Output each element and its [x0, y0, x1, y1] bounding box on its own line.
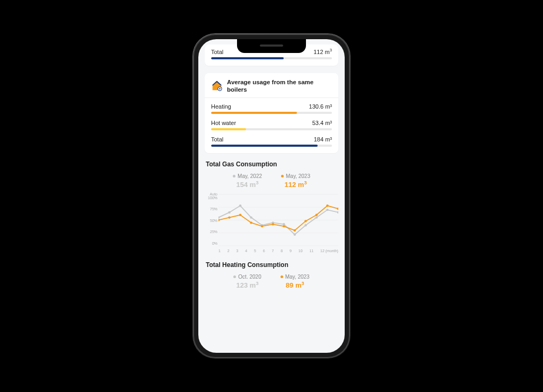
chart-point: [250, 216, 252, 218]
gas-legend-curr: May, 2023 112 m3: [281, 173, 310, 189]
x-tick: 1: [218, 249, 221, 253]
avg-bar-track: [211, 128, 332, 130]
total-label: Total: [211, 49, 223, 55]
y-tick: 50%: [205, 219, 217, 222]
x-tick: 8: [281, 249, 283, 253]
gas-y-axis: Auto 100%75%50%25%0%: [205, 192, 217, 245]
x-tick: 6: [263, 249, 265, 253]
gas-legend-prev-period: May, 2022: [238, 173, 262, 179]
scroll-content[interactable]: Total 112 m3: [198, 39, 345, 289]
total-bar-track: [211, 57, 332, 59]
x-tick: 7: [272, 249, 274, 253]
chart-point: [283, 225, 285, 227]
avg-bar-fill: [211, 128, 246, 130]
y-tick: 0%: [205, 242, 217, 245]
total-value: 112 m3: [313, 48, 332, 55]
card-average-usage: Average usage from the same boilers Heat…: [205, 73, 338, 154]
chart-series-line: [218, 206, 338, 230]
chart-point: [228, 211, 231, 213]
y-tick: 75%: [205, 207, 217, 211]
chart-point: [272, 223, 274, 225]
gas-legend-curr-period: May, 2023: [286, 173, 310, 179]
section-heating-consumption: Total Heating Consumption Oct. 2020 123 …: [205, 261, 338, 289]
chart-point: [250, 221, 252, 224]
chart-point: [326, 209, 329, 211]
avg-bar-fill: [211, 145, 318, 147]
gas-x-axis: 123456789101112 (month): [218, 248, 338, 253]
heating-legend-prev-value: 123 m3: [233, 281, 261, 289]
chart-point: [283, 223, 285, 225]
x-tick: 12 (month): [320, 249, 338, 253]
avg-card-title: Average usage from the same boilers: [227, 78, 332, 94]
chart-point: [304, 220, 307, 222]
chart-point: [326, 204, 329, 207]
chart-point: [218, 219, 220, 221]
x-tick: 4: [245, 249, 247, 253]
x-tick: 11: [309, 249, 313, 253]
gas-line-chart: [218, 192, 338, 248]
heating-legend-prev: Oct. 2020 123 m3: [233, 274, 261, 289]
chart-point: [228, 216, 231, 218]
avg-bar-track: [211, 145, 332, 147]
y-tick: Auto 100%: [205, 192, 217, 200]
chart-point: [337, 211, 338, 213]
avg-card-header: Average usage from the same boilers: [211, 78, 332, 94]
gas-legend-prev: May, 2022 154 m3: [233, 173, 262, 189]
x-tick: 10: [299, 249, 303, 253]
heating-legend-curr-value: 89 m3: [281, 281, 310, 289]
phone-frame: Total 112 m3: [193, 34, 350, 358]
chart-point: [316, 216, 318, 218]
avg-bar-fill: [211, 112, 297, 114]
gas-chart: Auto 100%75%50%25%0% 123456789101112 (mo…: [205, 192, 338, 253]
chart-point: [316, 213, 318, 216]
avg-row: Total184 m³: [211, 136, 332, 142]
chart-point: [304, 224, 307, 226]
dot-icon: [281, 275, 283, 278]
avg-row-value: 184 m³: [314, 136, 332, 142]
house-icon: [211, 80, 223, 92]
avg-row-value: 53.4 m³: [312, 120, 332, 126]
heating-legend: Oct. 2020 123 m3 May, 2023 89 m3: [205, 274, 338, 289]
chart-point: [294, 229, 296, 231]
x-tick: 3: [237, 249, 239, 253]
gas-legend-curr-value: 112 m3: [281, 180, 310, 189]
chart-point: [294, 233, 296, 235]
gas-legend: May, 2022 154 m3 May, 2023 112 m3: [205, 173, 338, 189]
phone-screen[interactable]: Total 112 m3: [198, 39, 345, 353]
x-tick: 5: [254, 249, 256, 253]
dot-icon: [233, 275, 236, 278]
section-gas-consumption: Total Gas Consumption May, 2022 154 m3 M…: [205, 161, 338, 252]
heating-section-title: Total Heating Consumption: [206, 261, 338, 269]
heating-legend-prev-period: Oct. 2020: [238, 274, 261, 280]
chart-point: [261, 225, 264, 227]
chart-point: [239, 213, 242, 216]
avg-row-label: Heating: [211, 103, 231, 110]
avg-bar-track: [211, 112, 332, 114]
avg-row: Hot water53.4 m³: [211, 120, 332, 126]
gas-section-title: Total Gas Consumption: [206, 161, 338, 168]
phone-notch: [237, 39, 306, 53]
y-tick: 25%: [205, 230, 217, 234]
heating-legend-curr: May, 2023 89 m3: [281, 274, 310, 289]
avg-row-label: Total: [211, 136, 223, 142]
dot-icon: [233, 175, 235, 177]
chart-point: [337, 208, 338, 210]
chart-point: [239, 204, 242, 207]
heating-legend-curr-period: May, 2023: [285, 274, 310, 280]
gas-legend-prev-value: 154 m3: [233, 180, 262, 189]
x-tick: 2: [227, 249, 230, 253]
avg-row: Heating130.6 m³: [211, 103, 332, 110]
avg-row-label: Hot water: [211, 120, 236, 126]
avg-row-value: 130.6 m³: [309, 103, 332, 110]
divider: [205, 97, 338, 98]
dot-icon: [281, 175, 284, 177]
total-bar-fill: [211, 57, 284, 59]
x-tick: 9: [290, 249, 292, 253]
